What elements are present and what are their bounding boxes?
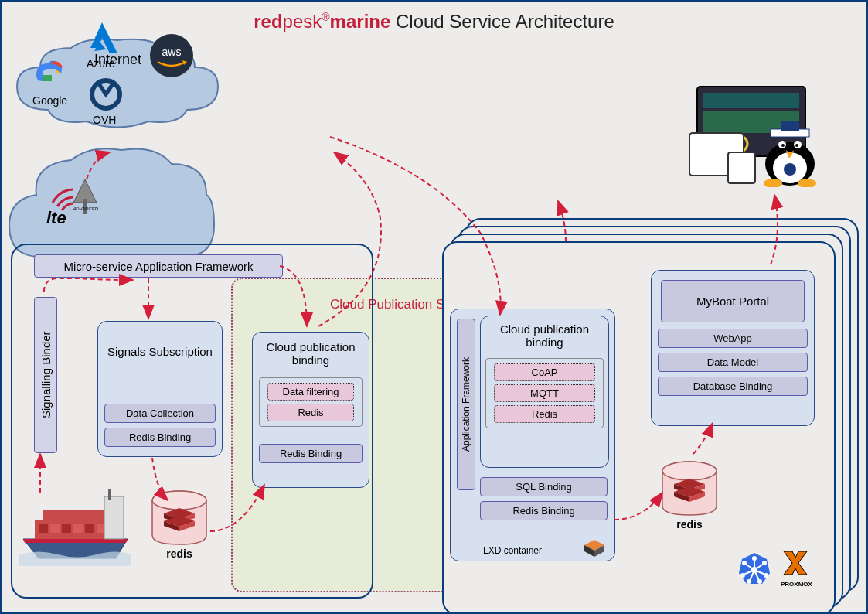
svg-point-50	[741, 574, 744, 577]
svg-rect-26	[50, 524, 60, 533]
architecture-diagram: redpesk®marine Cloud Service Architectur…	[2, 2, 866, 612]
lte-label: lte	[46, 208, 66, 228]
svg-rect-32	[104, 496, 124, 539]
myboat-title: MyBoat Portal	[661, 280, 805, 322]
svg-point-40	[753, 557, 756, 560]
coap-box: CoAP	[494, 363, 595, 381]
k8s-proxmox-logos: PROXMOX	[736, 548, 812, 588]
svg-rect-27	[62, 524, 71, 533]
data-filtering-box: Data filtering	[267, 383, 354, 401]
aws-icon: aws	[148, 32, 195, 79]
title-marine: marine	[330, 11, 391, 32]
proxmox-icon: PROXMOX	[781, 548, 812, 588]
page-title: redpesk®marine Cloud Service Architectur…	[2, 2, 866, 32]
cloud-pub-right-title: Cloud publication binding	[481, 316, 608, 355]
azure-label: Azure	[87, 57, 115, 70]
svg-rect-25	[39, 524, 48, 533]
ship-icon	[15, 481, 131, 569]
svg-point-52	[743, 561, 746, 565]
data-model-box: Data Model	[658, 353, 808, 372]
sql-binding-box: SQL Binding	[480, 477, 608, 496]
title-rest: Cloud Service Architecture	[390, 11, 614, 32]
micro-service-framework-box: Micro-service Application Framework	[34, 254, 283, 278]
svg-rect-4	[703, 93, 799, 108]
title-red: red	[254, 11, 282, 32]
ovh-icon	[87, 75, 125, 114]
svg-point-42	[763, 561, 766, 565]
svg-point-44	[764, 574, 768, 577]
svg-rect-11	[728, 152, 755, 183]
svg-point-48	[747, 580, 751, 583]
right-stack-1: Application Framework Cloud publication …	[442, 241, 836, 614]
webapp-box: WebApp	[658, 329, 808, 348]
svg-point-35	[152, 491, 206, 510]
cloud-pub-binding-right: Cloud publication binding CoAP MQTT Redi…	[480, 316, 609, 468]
data-collection-box: Data Collection	[104, 404, 216, 423]
signals-subscription-group: Signals Subscription Data Collection Red…	[97, 321, 223, 457]
redis-inner-right: Redis	[494, 405, 595, 423]
redis-db-right: redis	[659, 459, 720, 530]
azure-icon	[83, 19, 121, 57]
svg-rect-33	[108, 489, 111, 500]
svg-rect-19	[781, 121, 799, 131]
svg-point-46	[758, 580, 761, 583]
svg-rect-29	[85, 524, 94, 533]
myboat-portal-group: MyBoat Portal WebApp Data Model Database…	[651, 270, 815, 426]
svg-point-20	[784, 163, 796, 176]
ovh-label: OVH	[93, 114, 116, 126]
title-pesk: pesk	[283, 11, 322, 32]
database-binding-box: Database Binding	[658, 377, 808, 396]
dashboard-monitor-icon: 57 78	[689, 79, 852, 187]
redis-binding-box-1: Redis Binding	[104, 428, 216, 447]
redis-binding-box-3: Redis Binding	[480, 501, 608, 520]
google-cloud-icon	[29, 52, 67, 90]
signalling-binder-box: Signalling Binder	[34, 297, 57, 453]
kubernetes-icon	[736, 550, 773, 587]
mqtt-box: MQTT	[494, 384, 595, 402]
svg-rect-31	[43, 510, 104, 520]
redis-inner-left: Redis	[267, 404, 354, 421]
redis-binding-box-2: Redis Binding	[259, 444, 363, 463]
lxd-container-icon	[582, 537, 607, 558]
svg-text:aws: aws	[162, 46, 182, 58]
signals-subscription-title: Signals Subscription	[98, 322, 222, 380]
app-framework-vertical: Application Framework	[457, 319, 475, 490]
svg-point-16	[781, 144, 785, 147]
title-reg: ®	[322, 11, 329, 23]
cloud-pub-left-title: Cloud publication binding	[253, 333, 369, 374]
svg-rect-28	[73, 524, 83, 533]
lte-advanced-label: 4DVANCED	[73, 206, 98, 211]
google-label: Google	[32, 94, 67, 107]
lxd-container-group: Application Framework Cloud publication …	[450, 309, 615, 561]
svg-point-37	[662, 462, 717, 480]
cloud-pub-binding-left: Cloud publication binding Data filtering…	[252, 332, 369, 488]
svg-point-17	[795, 144, 798, 147]
redis-db-left: redis	[148, 489, 210, 560]
proxmox-label: PROXMOX	[781, 581, 812, 588]
lte-icon: lte 4DVANCED	[46, 176, 110, 228]
lxd-label: LXD container	[474, 545, 551, 556]
